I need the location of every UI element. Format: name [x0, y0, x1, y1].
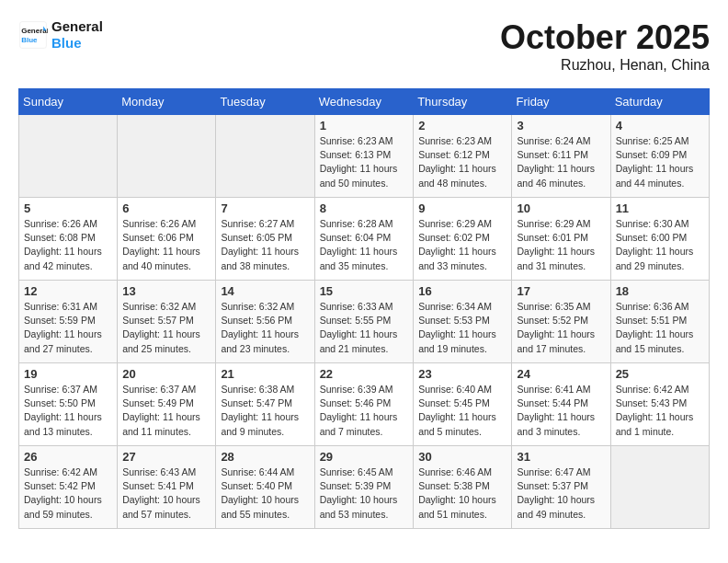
calendar-cell: [118, 115, 216, 198]
day-info: Sunrise: 6:37 AMSunset: 5:49 PMDaylight:…: [122, 383, 210, 439]
day-info: Sunrise: 6:23 AMSunset: 6:13 PMDaylight:…: [320, 134, 409, 190]
calendar-cell: 15Sunrise: 6:33 AMSunset: 5:55 PMDayligh…: [314, 281, 414, 363]
calendar-cell: [19, 115, 118, 198]
day-info: Sunrise: 6:32 AMSunset: 5:57 PMDaylight:…: [122, 300, 210, 356]
day-number: 4: [616, 119, 704, 132]
calendar-cell: 13Sunrise: 6:32 AMSunset: 5:57 PMDayligh…: [118, 281, 216, 363]
calendar-cell: 14Sunrise: 6:32 AMSunset: 5:56 PMDayligh…: [216, 281, 314, 363]
day-info: Sunrise: 6:23 AMSunset: 6:12 PMDaylight:…: [418, 134, 506, 190]
day-number: 21: [221, 367, 309, 381]
day-info: Sunrise: 6:42 AMSunset: 5:42 PMDaylight:…: [24, 465, 112, 522]
calendar-cell: 4Sunrise: 6:25 AMSunset: 6:09 PMDaylight…: [610, 115, 709, 198]
calendar-cell: 17Sunrise: 6:35 AMSunset: 5:52 PMDayligh…: [512, 281, 610, 363]
day-of-week-tuesday: Tuesday: [216, 89, 314, 115]
day-number: 15: [320, 284, 409, 298]
day-number: 16: [418, 284, 506, 298]
day-number: 10: [517, 201, 605, 215]
day-number: 14: [221, 284, 309, 298]
calendar-cell: 10Sunrise: 6:29 AMSunset: 6:01 PMDayligh…: [512, 198, 610, 281]
calendar-title: October 2025: [500, 18, 710, 57]
day-number: 31: [517, 450, 605, 464]
calendar-cell: 29Sunrise: 6:45 AMSunset: 5:39 PMDayligh…: [314, 446, 414, 529]
day-number: 30: [418, 450, 506, 464]
calendar-cell: 28Sunrise: 6:44 AMSunset: 5:40 PMDayligh…: [216, 446, 314, 529]
day-info: Sunrise: 6:25 AMSunset: 6:09 PMDaylight:…: [616, 134, 704, 190]
day-info: Sunrise: 6:28 AMSunset: 6:04 PMDaylight:…: [320, 217, 409, 273]
calendar-body: 1Sunrise: 6:23 AMSunset: 6:13 PMDaylight…: [19, 115, 710, 529]
logo-icon: General Blue: [18, 20, 48, 50]
day-number: 29: [320, 450, 409, 464]
day-number: 6: [122, 201, 210, 215]
day-info: Sunrise: 6:26 AMSunset: 6:06 PMDaylight:…: [122, 217, 210, 273]
day-number: 25: [616, 367, 704, 381]
day-info: Sunrise: 6:29 AMSunset: 6:01 PMDaylight:…: [517, 217, 605, 273]
day-info: Sunrise: 6:35 AMSunset: 5:52 PMDaylight:…: [517, 300, 605, 356]
day-number: 13: [122, 284, 210, 298]
calendar-cell: 18Sunrise: 6:36 AMSunset: 5:51 PMDayligh…: [610, 281, 709, 363]
day-of-week-saturday: Saturday: [610, 89, 709, 115]
day-number: 24: [517, 367, 605, 381]
day-info: Sunrise: 6:32 AMSunset: 5:56 PMDaylight:…: [221, 300, 309, 356]
calendar-cell: 7Sunrise: 6:27 AMSunset: 6:05 PMDaylight…: [216, 198, 314, 281]
day-info: Sunrise: 6:27 AMSunset: 6:05 PMDaylight:…: [221, 217, 309, 273]
calendar-cell: 9Sunrise: 6:29 AMSunset: 6:02 PMDaylight…: [414, 198, 512, 281]
day-of-week-thursday: Thursday: [414, 89, 512, 115]
day-number: 11: [616, 201, 704, 215]
day-info: Sunrise: 6:43 AMSunset: 5:41 PMDaylight:…: [122, 465, 210, 522]
calendar-week-4: 19Sunrise: 6:37 AMSunset: 5:50 PMDayligh…: [19, 363, 710, 446]
calendar-cell: 5Sunrise: 6:26 AMSunset: 6:08 PMDaylight…: [19, 198, 118, 281]
day-number: 8: [320, 201, 409, 215]
calendar-cell: 24Sunrise: 6:41 AMSunset: 5:44 PMDayligh…: [512, 363, 610, 446]
calendar-cell: 31Sunrise: 6:47 AMSunset: 5:37 PMDayligh…: [512, 446, 610, 529]
day-number: 23: [418, 367, 506, 381]
calendar-cell: 27Sunrise: 6:43 AMSunset: 5:41 PMDayligh…: [118, 446, 216, 529]
day-of-week-friday: Friday: [512, 89, 610, 115]
day-info: Sunrise: 6:33 AMSunset: 5:55 PMDaylight:…: [320, 300, 409, 356]
day-info: Sunrise: 6:40 AMSunset: 5:45 PMDaylight:…: [418, 383, 506, 439]
calendar-week-2: 5Sunrise: 6:26 AMSunset: 6:08 PMDaylight…: [19, 198, 710, 281]
calendar-subtitle: Ruzhou, Henan, China: [500, 57, 710, 74]
day-info: Sunrise: 6:41 AMSunset: 5:44 PMDaylight:…: [517, 383, 605, 439]
calendar-table: SundayMondayTuesdayWednesdayThursdayFrid…: [18, 88, 710, 529]
calendar-week-3: 12Sunrise: 6:31 AMSunset: 5:59 PMDayligh…: [19, 281, 710, 363]
day-number: 12: [24, 284, 112, 298]
calendar-cell: 25Sunrise: 6:42 AMSunset: 5:43 PMDayligh…: [610, 363, 709, 446]
day-number: 5: [24, 201, 112, 215]
calendar-cell: 30Sunrise: 6:46 AMSunset: 5:38 PMDayligh…: [414, 446, 512, 529]
day-info: Sunrise: 6:30 AMSunset: 6:00 PMDaylight:…: [616, 217, 704, 273]
calendar-cell: 1Sunrise: 6:23 AMSunset: 6:13 PMDaylight…: [314, 115, 414, 198]
day-info: Sunrise: 6:45 AMSunset: 5:39 PMDaylight:…: [320, 465, 409, 522]
day-number: 27: [122, 450, 210, 464]
calendar-cell: [216, 115, 314, 198]
day-number: 20: [122, 367, 210, 381]
calendar-header: SundayMondayTuesdayWednesdayThursdayFrid…: [19, 89, 710, 115]
day-number: 17: [517, 284, 605, 298]
day-info: Sunrise: 6:34 AMSunset: 5:53 PMDaylight:…: [418, 300, 506, 356]
calendar-cell: 8Sunrise: 6:28 AMSunset: 6:04 PMDaylight…: [314, 198, 414, 281]
calendar-cell: 20Sunrise: 6:37 AMSunset: 5:49 PMDayligh…: [118, 363, 216, 446]
calendar-cell: 26Sunrise: 6:42 AMSunset: 5:42 PMDayligh…: [19, 446, 118, 529]
day-info: Sunrise: 6:29 AMSunset: 6:02 PMDaylight:…: [418, 217, 506, 273]
day-of-week-wednesday: Wednesday: [314, 89, 414, 115]
day-number: 3: [517, 119, 605, 132]
day-number: 18: [616, 284, 704, 298]
day-info: Sunrise: 6:24 AMSunset: 6:11 PMDaylight:…: [517, 134, 605, 190]
day-info: Sunrise: 6:44 AMSunset: 5:40 PMDaylight:…: [221, 465, 309, 522]
calendar-cell: 16Sunrise: 6:34 AMSunset: 5:53 PMDayligh…: [414, 281, 512, 363]
day-info: Sunrise: 6:26 AMSunset: 6:08 PMDaylight:…: [24, 217, 112, 273]
day-number: 26: [24, 450, 112, 464]
day-info: Sunrise: 6:38 AMSunset: 5:47 PMDaylight:…: [221, 383, 309, 439]
day-number: 1: [320, 119, 409, 132]
calendar-cell: 3Sunrise: 6:24 AMSunset: 6:11 PMDaylight…: [512, 115, 610, 198]
day-number: 2: [418, 119, 506, 132]
day-number: 9: [418, 201, 506, 215]
logo: General Blue General Blue: [18, 18, 103, 52]
calendar-cell: 23Sunrise: 6:40 AMSunset: 5:45 PMDayligh…: [414, 363, 512, 446]
day-info: Sunrise: 6:42 AMSunset: 5:43 PMDaylight:…: [616, 383, 704, 439]
day-number: 28: [221, 450, 309, 464]
day-number: 7: [221, 201, 309, 215]
day-info: Sunrise: 6:36 AMSunset: 5:51 PMDaylight:…: [616, 300, 704, 356]
day-info: Sunrise: 6:39 AMSunset: 5:46 PMDaylight:…: [320, 383, 409, 439]
day-number: 22: [320, 367, 409, 381]
day-info: Sunrise: 6:47 AMSunset: 5:37 PMDaylight:…: [517, 465, 605, 522]
